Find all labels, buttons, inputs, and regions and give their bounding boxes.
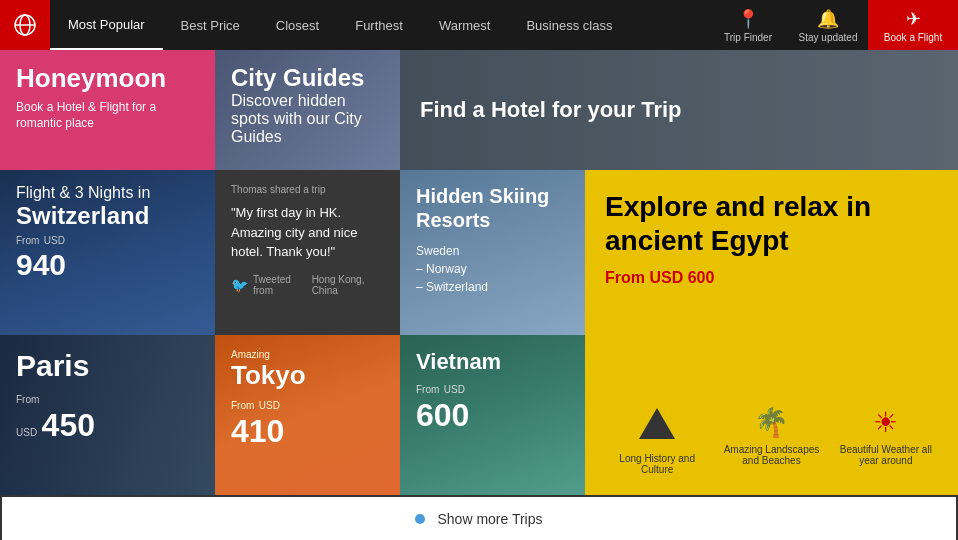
pyramid-icon bbox=[605, 406, 709, 448]
bell-icon: 🔔 bbox=[817, 8, 839, 30]
tokyo-from: From bbox=[231, 400, 254, 411]
tile-tweet: Thomas shared a trip "My first day in HK… bbox=[215, 170, 400, 335]
tokyo-destination: Tokyo bbox=[231, 360, 384, 391]
tab-best-price[interactable]: Best Price bbox=[163, 0, 258, 50]
tab-warmest[interactable]: Warmest bbox=[421, 0, 509, 50]
city-guides-subtitle: Discover hidden spots with our City Guid… bbox=[231, 92, 384, 146]
tab-most-popular[interactable]: Most Popular bbox=[50, 0, 163, 50]
tile-city-guides[interactable]: City Guides Discover hidden spots with o… bbox=[215, 50, 400, 170]
switzerland-from: From bbox=[16, 235, 39, 246]
sun-icon: ☀ bbox=[834, 406, 938, 439]
switzerland-destination: Switzerland bbox=[16, 202, 199, 230]
tile-skiing[interactable]: Hidden Skiing Resorts Sweden – Norway – … bbox=[400, 170, 585, 335]
tweet-source: Tweeted from bbox=[253, 274, 307, 296]
vietnam-currency: USD bbox=[444, 384, 465, 395]
map-pin-icon: 📍 bbox=[737, 8, 759, 30]
egypt-feature-2: 🌴 Amazing Landscapes and Beaches bbox=[719, 406, 823, 475]
paris-destination: Paris bbox=[16, 349, 199, 383]
skiing-dest-1: Sweden bbox=[416, 242, 569, 260]
svg-marker-3 bbox=[639, 408, 675, 439]
paris-price: 450 bbox=[42, 407, 95, 443]
vietnam-from: From bbox=[416, 384, 439, 395]
plane-icon: ✈ bbox=[906, 8, 921, 30]
palm-icon: 🌴 bbox=[719, 406, 823, 439]
book-flight-button[interactable]: ✈ Book a Flight bbox=[868, 0, 958, 50]
vietnam-destination: Vietnam bbox=[416, 349, 569, 375]
tile-tokyo[interactable]: Amazing Tokyo From USD 410 bbox=[215, 335, 400, 495]
tile-vietnam[interactable]: Vietnam From USD 600 bbox=[400, 335, 585, 495]
tweet-quote: "My first day in HK. Amazing city and ni… bbox=[231, 203, 384, 262]
stay-updated-button[interactable]: 🔔 Stay updated bbox=[788, 0, 868, 50]
city-guides-title: City Guides bbox=[231, 64, 384, 92]
egypt-feature-3: ☀ Beautiful Weather all year around bbox=[834, 406, 938, 475]
tile-egypt[interactable]: Explore and relax in ancient Egypt From … bbox=[585, 170, 958, 495]
tile-honeymoon[interactable]: Honeymoon Book a Hotel & Flight for a ro… bbox=[0, 50, 215, 170]
show-more-label: Show more Trips bbox=[437, 511, 542, 527]
top-navigation: Most Popular Best Price Closest Furthest… bbox=[0, 0, 958, 50]
tile-switzerland[interactable]: Flight & 3 Nights in Switzerland From US… bbox=[0, 170, 215, 335]
tab-business[interactable]: Business class bbox=[508, 0, 630, 50]
vietnam-price: 600 bbox=[416, 397, 569, 434]
tokyo-currency: USD bbox=[259, 400, 280, 411]
tile-paris[interactable]: Paris From USD 450 bbox=[0, 335, 215, 495]
trip-finder-button[interactable]: 📍 Trip Finder bbox=[708, 0, 788, 50]
tile-find-hotel[interactable]: Find a Hotel for your Trip bbox=[400, 50, 958, 170]
tokyo-price: 410 bbox=[231, 413, 384, 450]
honeymoon-title: Honeymoon bbox=[16, 64, 199, 93]
skiing-dest-3: – Switzerland bbox=[416, 278, 569, 296]
skiing-title: Hidden Skiing Resorts bbox=[416, 184, 569, 232]
egypt-feature-1: Long History and Culture bbox=[605, 406, 709, 475]
show-more-dot bbox=[415, 514, 425, 524]
tab-furthest[interactable]: Furthest bbox=[337, 0, 421, 50]
main-content-grid: Honeymoon Book a Hotel & Flight for a ro… bbox=[0, 50, 958, 495]
skiing-destinations: Sweden – Norway – Switzerland bbox=[416, 242, 569, 296]
tweet-label: Thomas shared a trip bbox=[231, 184, 384, 195]
egypt-features: Long History and Culture 🌴 Amazing Lands… bbox=[605, 406, 938, 475]
egypt-title: Explore and relax in ancient Egypt bbox=[605, 190, 938, 257]
tab-closest[interactable]: Closest bbox=[258, 0, 337, 50]
globe-icon[interactable] bbox=[0, 0, 50, 50]
skiing-dest-2: – Norway bbox=[416, 260, 569, 278]
switzerland-currency: USD bbox=[44, 235, 65, 246]
find-hotel-title: Find a Hotel for your Trip bbox=[420, 97, 938, 123]
honeymoon-subtitle: Book a Hotel & Flight for a romantic pla… bbox=[16, 99, 199, 133]
tokyo-amazing: Amazing bbox=[231, 349, 384, 360]
switzerland-label: Flight & 3 Nights in bbox=[16, 184, 199, 202]
show-more-button[interactable]: Show more Trips bbox=[0, 495, 958, 540]
nav-right-actions: 📍 Trip Finder 🔔 Stay updated ✈ Book a Fl… bbox=[708, 0, 958, 50]
nav-tabs: Most Popular Best Price Closest Furthest… bbox=[50, 0, 708, 50]
paris-from: From bbox=[16, 394, 39, 405]
switzerland-price: 940 bbox=[16, 248, 199, 282]
paris-currency: USD bbox=[16, 427, 37, 438]
twitter-icon: 🐦 bbox=[231, 277, 248, 293]
tweet-location: Hong Kong, China bbox=[312, 274, 384, 296]
egypt-from-price: From USD 600 bbox=[605, 269, 938, 287]
